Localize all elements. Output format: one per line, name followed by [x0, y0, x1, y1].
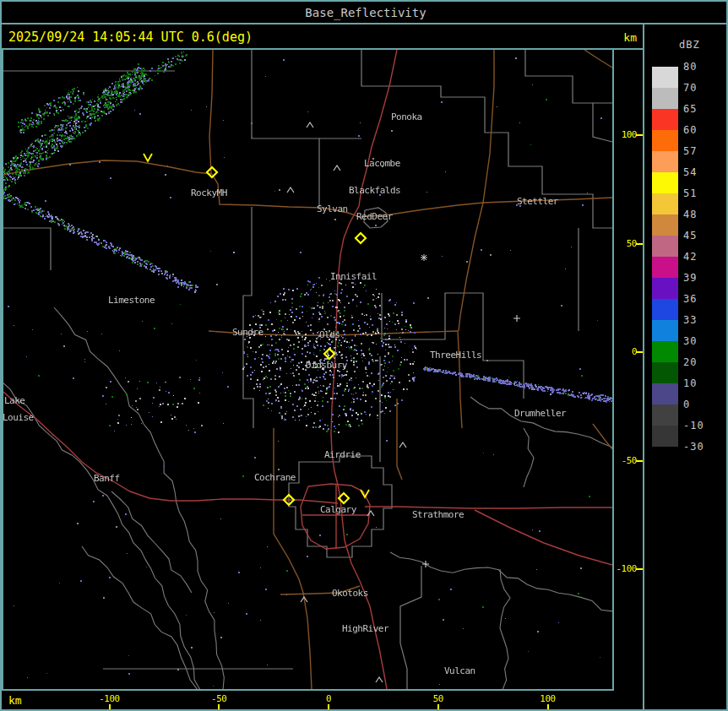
- town-caret-marker: [307, 122, 313, 128]
- radar-site-diamond-marker: [207, 167, 217, 177]
- town-caret-marker: [287, 187, 294, 193]
- radar-site-diamond-marker: [284, 495, 294, 505]
- colorbar-swatch: [652, 130, 678, 151]
- town-caret-marker: [376, 677, 383, 682]
- colorbar-swatch: [652, 236, 678, 257]
- right-axis-tick-label: 100: [614, 129, 637, 140]
- right-axis-tick-label: 0: [614, 346, 637, 357]
- plus-marker: [513, 315, 520, 322]
- colorbar-tick-label: 39: [683, 272, 697, 284]
- yellow-vee-marker: [361, 490, 369, 497]
- colorbar-tick-label: 33: [683, 314, 697, 326]
- colorbar-swatch: [652, 426, 678, 447]
- colorbar-swatch: [652, 88, 678, 109]
- colorbar-tick-label: 51: [683, 187, 697, 199]
- colorbar-tick-label: 30: [683, 335, 697, 347]
- map-markers: [3, 50, 612, 689]
- bottom-axis-tick-label: -50: [202, 693, 236, 704]
- bottom-axis-tick-dash: [218, 704, 220, 710]
- colorbar-swatch: [652, 320, 678, 341]
- right-axis-tick-label: -100: [614, 563, 637, 574]
- colorbar-swatch: [652, 109, 678, 130]
- yellow-vee-marker: [144, 154, 152, 161]
- bottom-axis-tick-dash: [328, 704, 329, 710]
- town-caret-marker: [399, 442, 406, 448]
- colorbar-tick-label: -10: [683, 420, 704, 431]
- bottom-axis-tick-dash: [547, 704, 549, 710]
- town-caret-marker: [334, 166, 340, 171]
- radar-plot-area: PonokaLacombeBlackfaldsSylvanRedDeerStet…: [2, 48, 614, 691]
- colorbar-tick-label: 36: [683, 293, 697, 305]
- bottom-axis-tick-dash: [437, 704, 439, 710]
- colorbar-tick-label: 42: [683, 251, 697, 263]
- colorbar-tick-label: 57: [683, 145, 697, 157]
- colorbar-tick-label: 0: [683, 399, 690, 410]
- colorbar-tick-label: 48: [683, 209, 697, 220]
- right-axis-unit-label: km: [623, 31, 637, 44]
- window-title: Base_Reflectivity: [305, 6, 426, 19]
- bottom-axis-tick-label: 100: [531, 693, 565, 704]
- colorbar-swatch: [652, 257, 678, 278]
- colorbar-tick-label: 10: [683, 377, 697, 389]
- town-caret-marker: [301, 597, 307, 602]
- title-bar: Base_Reflectivity: [2, 2, 728, 24]
- colorbar-swatch: [652, 67, 678, 88]
- bottom-axis-tick-dash: [109, 704, 111, 710]
- colorbar-tick-label: 20: [683, 356, 697, 368]
- colorbar-swatch: [652, 404, 678, 426]
- scan-timestamp: 2025/09/24 14:05:44 UTC 0.6(deg): [8, 30, 623, 45]
- colorbar-panel: dBZ 807065605754514845423936333020100-10…: [644, 26, 728, 711]
- colorbar-swatch: [652, 341, 678, 362]
- colorbar-tick-label: -30: [683, 441, 704, 453]
- colorbar-swatch: [652, 299, 678, 320]
- colorbar-tick-label: 60: [683, 124, 697, 136]
- info-bar: 2025/09/24 14:05:44 UTC 0.6(deg) km: [2, 26, 644, 50]
- bottom-axis-tick-label: 50: [421, 693, 455, 704]
- bottom-axis-unit-label: km: [8, 694, 22, 707]
- colorbar-tick-label: 70: [683, 82, 697, 94]
- colorbar-unit-label: dBZ: [679, 39, 700, 51]
- right-axis-tick-label: -50: [614, 455, 637, 466]
- bottom-axis-tick-label: -100: [93, 693, 127, 704]
- colorbar-tick-label: 65: [683, 103, 697, 115]
- colorbar-swatch: [652, 278, 678, 299]
- colorbar-swatch: [652, 383, 678, 404]
- right-axis-tick-label: 50: [614, 238, 637, 249]
- radar-site-diamond-marker: [356, 233, 366, 243]
- plus-marker: [422, 561, 429, 567]
- bottom-axis-tick-label: 0: [312, 693, 345, 704]
- town-caret-marker: [367, 511, 374, 516]
- colorbar-swatch: [652, 214, 678, 236]
- colorbar-swatch: [652, 172, 678, 193]
- colorbar-tick-label: 45: [683, 230, 697, 242]
- colorbar-swatch: [652, 151, 678, 172]
- colorbar-tick-label: 54: [683, 166, 697, 178]
- radar-site-diamond-marker: [324, 349, 334, 359]
- colorbar-swatch: [652, 362, 678, 383]
- colorbar-swatch: [652, 193, 678, 214]
- radar-site-diamond-marker: [339, 493, 349, 503]
- asterisk-marker: [421, 254, 427, 261]
- colorbar-tick-label: 80: [683, 61, 697, 73]
- radar-application-window: Base_Reflectivity 2025/09/24 14:05:44 UT…: [0, 0, 728, 711]
